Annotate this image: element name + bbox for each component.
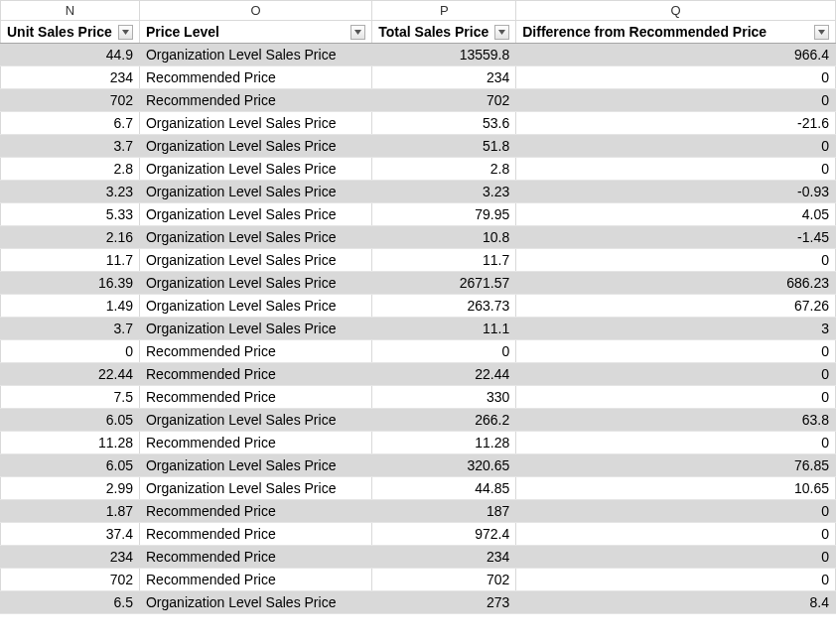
cell-price-level[interactable]: Recommended Price: [139, 569, 371, 591]
cell-price-level[interactable]: Organization Level Sales Price: [139, 203, 371, 226]
cell-total-sales-price[interactable]: 11.7: [372, 249, 516, 272]
cell-unit-sales-price[interactable]: 22.44: [1, 363, 140, 386]
cell-unit-sales-price[interactable]: 702: [1, 569, 140, 591]
cell-difference[interactable]: 0: [516, 546, 836, 569]
cell-difference[interactable]: 0: [516, 158, 836, 181]
cell-unit-sales-price[interactable]: 234: [1, 66, 140, 89]
cell-unit-sales-price[interactable]: 234: [1, 546, 140, 569]
cell-unit-sales-price[interactable]: 5.33: [1, 203, 140, 226]
cell-unit-sales-price[interactable]: 6.05: [1, 454, 140, 477]
cell-unit-sales-price[interactable]: 16.39: [1, 272, 140, 295]
cell-difference[interactable]: 686.23: [516, 272, 836, 295]
cell-total-sales-price[interactable]: 22.44: [372, 363, 516, 386]
cell-price-level[interactable]: Recommended Price: [139, 546, 371, 569]
cell-total-sales-price[interactable]: 53.6: [372, 112, 516, 135]
cell-difference[interactable]: 966.4: [516, 44, 836, 66]
cell-total-sales-price[interactable]: 2.8: [372, 158, 516, 181]
cell-difference[interactable]: 0: [516, 340, 836, 363]
cell-unit-sales-price[interactable]: 11.7: [1, 249, 140, 272]
column-letter-o[interactable]: O: [139, 1, 371, 21]
cell-price-level[interactable]: Recommended Price: [139, 340, 371, 363]
cell-difference[interactable]: 63.8: [516, 409, 836, 432]
cell-difference[interactable]: -21.6: [516, 112, 836, 135]
cell-total-sales-price[interactable]: 11.28: [372, 432, 516, 454]
cell-total-sales-price[interactable]: 273: [372, 591, 516, 614]
header-difference[interactable]: Difference from Recommended Price: [516, 21, 836, 44]
cell-total-sales-price[interactable]: 702: [372, 89, 516, 112]
cell-total-sales-price[interactable]: 3.23: [372, 181, 516, 203]
cell-unit-sales-price[interactable]: 1.49: [1, 295, 140, 318]
filter-dropdown-icon[interactable]: [350, 25, 365, 40]
cell-price-level[interactable]: Organization Level Sales Price: [139, 477, 371, 500]
cell-total-sales-price[interactable]: 0: [372, 340, 516, 363]
column-letter-q[interactable]: Q: [516, 1, 836, 21]
cell-price-level[interactable]: Organization Level Sales Price: [139, 295, 371, 318]
cell-total-sales-price[interactable]: 13559.8: [372, 44, 516, 66]
cell-price-level[interactable]: Organization Level Sales Price: [139, 158, 371, 181]
cell-price-level[interactable]: Organization Level Sales Price: [139, 226, 371, 249]
cell-difference[interactable]: 8.4: [516, 591, 836, 614]
cell-unit-sales-price[interactable]: 3.23: [1, 181, 140, 203]
cell-unit-sales-price[interactable]: 6.7: [1, 112, 140, 135]
cell-unit-sales-price[interactable]: 3.7: [1, 318, 140, 340]
cell-price-level[interactable]: Recommended Price: [139, 363, 371, 386]
filter-dropdown-icon[interactable]: [814, 25, 829, 40]
cell-price-level[interactable]: Recommended Price: [139, 66, 371, 89]
cell-total-sales-price[interactable]: 702: [372, 569, 516, 591]
cell-price-level[interactable]: Organization Level Sales Price: [139, 181, 371, 203]
cell-price-level[interactable]: Organization Level Sales Price: [139, 591, 371, 614]
cell-unit-sales-price[interactable]: 11.28: [1, 432, 140, 454]
cell-difference[interactable]: 0: [516, 569, 836, 591]
cell-price-level[interactable]: Organization Level Sales Price: [139, 112, 371, 135]
cell-total-sales-price[interactable]: 10.8: [372, 226, 516, 249]
cell-total-sales-price[interactable]: 234: [372, 546, 516, 569]
cell-difference[interactable]: 0: [516, 363, 836, 386]
cell-difference[interactable]: 3: [516, 318, 836, 340]
cell-difference[interactable]: -0.93: [516, 181, 836, 203]
cell-unit-sales-price[interactable]: 3.7: [1, 135, 140, 158]
cell-difference[interactable]: 0: [516, 249, 836, 272]
cell-difference[interactable]: 4.05: [516, 203, 836, 226]
cell-unit-sales-price[interactable]: 6.05: [1, 409, 140, 432]
cell-difference[interactable]: 0: [516, 523, 836, 546]
cell-difference[interactable]: 0: [516, 89, 836, 112]
cell-price-level[interactable]: Recommended Price: [139, 523, 371, 546]
filter-dropdown-icon[interactable]: [118, 25, 133, 40]
cell-unit-sales-price[interactable]: 37.4: [1, 523, 140, 546]
cell-total-sales-price[interactable]: 2671.57: [372, 272, 516, 295]
cell-unit-sales-price[interactable]: 2.8: [1, 158, 140, 181]
cell-total-sales-price[interactable]: 320.65: [372, 454, 516, 477]
cell-unit-sales-price[interactable]: 2.16: [1, 226, 140, 249]
cell-difference[interactable]: 10.65: [516, 477, 836, 500]
cell-price-level[interactable]: Organization Level Sales Price: [139, 135, 371, 158]
cell-price-level[interactable]: Recommended Price: [139, 500, 371, 523]
cell-unit-sales-price[interactable]: 6.5: [1, 591, 140, 614]
cell-unit-sales-price[interactable]: 702: [1, 89, 140, 112]
cell-price-level[interactable]: Organization Level Sales Price: [139, 318, 371, 340]
cell-total-sales-price[interactable]: 263.73: [372, 295, 516, 318]
filter-dropdown-icon[interactable]: [494, 25, 509, 40]
cell-total-sales-price[interactable]: 234: [372, 66, 516, 89]
cell-price-level[interactable]: Organization Level Sales Price: [139, 44, 371, 66]
cell-difference[interactable]: 0: [516, 500, 836, 523]
cell-total-sales-price[interactable]: 51.8: [372, 135, 516, 158]
header-unit-sales-price[interactable]: Unit Sales Price: [1, 21, 140, 44]
cell-difference[interactable]: 0: [516, 432, 836, 454]
cell-price-level[interactable]: Organization Level Sales Price: [139, 272, 371, 295]
cell-unit-sales-price[interactable]: 0: [1, 340, 140, 363]
column-letter-p[interactable]: P: [372, 1, 516, 21]
header-total-sales-price[interactable]: Total Sales Price: [372, 21, 516, 44]
cell-price-level[interactable]: Organization Level Sales Price: [139, 409, 371, 432]
cell-difference[interactable]: 67.26: [516, 295, 836, 318]
cell-unit-sales-price[interactable]: 2.99: [1, 477, 140, 500]
cell-unit-sales-price[interactable]: 7.5: [1, 386, 140, 409]
cell-total-sales-price[interactable]: 266.2: [372, 409, 516, 432]
cell-price-level[interactable]: Recommended Price: [139, 432, 371, 454]
cell-price-level[interactable]: Recommended Price: [139, 386, 371, 409]
header-price-level[interactable]: Price Level: [139, 21, 371, 44]
cell-total-sales-price[interactable]: 330: [372, 386, 516, 409]
cell-total-sales-price[interactable]: 11.1: [372, 318, 516, 340]
cell-difference[interactable]: 0: [516, 386, 836, 409]
cell-difference[interactable]: 0: [516, 135, 836, 158]
cell-total-sales-price[interactable]: 972.4: [372, 523, 516, 546]
